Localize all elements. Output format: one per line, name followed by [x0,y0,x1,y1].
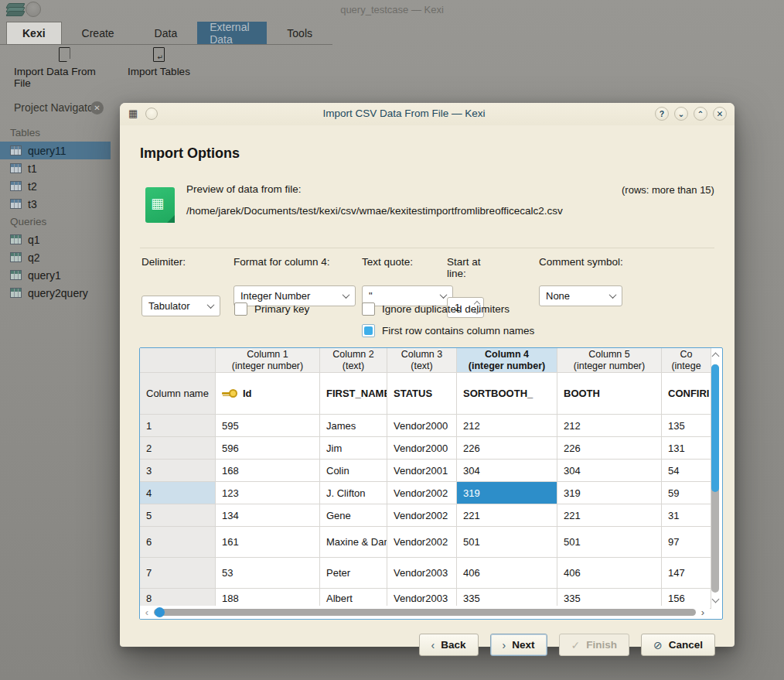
data-cell[interactable]: Vendor2000 [387,415,457,437]
data-cell[interactable]: Vendor2000 [387,437,457,460]
scroll-down-icon[interactable] [712,596,720,603]
data-cell[interactable]: 59 [662,482,711,504]
row-header-cell[interactable]: 3 [140,460,216,482]
data-cell[interactable]: 501 [557,527,662,558]
shade-icon[interactable]: ⌄ [674,107,688,121]
cancel-button[interactable]: ⊘Cancel [641,634,715,656]
tab-tools[interactable]: Tools [267,22,332,44]
data-cell[interactable]: 304 [457,460,557,482]
data-cell[interactable]: 319 [457,482,557,504]
import-data-from-file-button[interactable]: Import Data From File [14,47,114,89]
preview-column-header[interactable]: Co(intege [662,348,711,373]
column-name-cell[interactable]: BOOTH [557,373,662,415]
scroll-up-icon[interactable] [712,353,720,361]
tab-external-data[interactable]: External Data [197,22,267,44]
row-header-cell[interactable]: 6 [140,527,216,558]
delimiter-select[interactable]: Tabulator [141,296,220,316]
data-cell[interactable]: 147 [662,558,711,589]
data-cell[interactable]: 212 [457,415,557,437]
preview-column-header[interactable]: Column 3(text) [387,348,457,373]
data-cell[interactable]: Colin [320,460,387,482]
import-csv-dialog: ▦ Import CSV Data From File — Kexi ? ⌄ ⌃… [120,103,735,647]
sidebar-item-t3[interactable]: t3 [0,195,111,213]
data-cell[interactable]: Vendor2001 [387,460,457,482]
data-cell[interactable]: J. Clifton [320,482,387,504]
comment-symbol-select[interactable]: None [539,285,622,306]
dialog-menu-button[interactable] [145,108,158,120]
data-cell[interactable]: 31 [662,504,711,527]
data-cell[interactable]: 226 [457,437,557,460]
column-name-cell[interactable]: Id [216,373,320,415]
data-cell[interactable]: 501 [457,527,557,558]
data-cell[interactable]: 406 [457,558,557,589]
hscroll-thumb[interactable] [155,607,165,617]
tab-kexi[interactable]: Kexi [6,22,62,44]
column-name-cell[interactable]: STATUS [387,373,457,415]
tab-data[interactable]: Data [135,22,198,44]
scroll-right-icon[interactable]: › [696,607,710,618]
back-button[interactable]: ‹Back [419,634,479,656]
column-name-cell[interactable]: CONFIRI [662,373,711,415]
data-cell[interactable]: Vendor2002 [387,482,457,504]
sidebar-item-t1[interactable]: t1 [0,159,111,177]
vertical-scrollbar[interactable] [710,349,721,605]
data-cell[interactable]: 304 [557,460,662,482]
data-cell[interactable]: Maxine & Dan [320,527,387,558]
row-header-cell[interactable]: 2 [140,437,216,460]
maximize-icon[interactable]: ⌃ [694,107,707,121]
data-cell[interactable]: 123 [216,482,320,504]
help-icon[interactable]: ? [655,107,669,121]
data-cell[interactable]: 406 [557,558,662,589]
horizontal-scrollbar[interactable]: ‹ › [140,606,710,619]
preview-column-header[interactable]: Column 5(integer number) [557,348,662,373]
data-cell[interactable]: 595 [216,415,320,437]
sidebar-item-query11[interactable]: query11 [0,142,111,159]
data-cell[interactable]: Gene [320,504,387,527]
data-cell[interactable]: 596 [216,437,320,460]
data-cell[interactable]: 221 [557,504,662,527]
data-cell[interactable]: 53 [216,558,320,589]
next-button[interactable]: ›Next [490,634,547,656]
data-cell[interactable]: 135 [662,415,711,437]
data-cell[interactable]: 54 [662,460,711,482]
vscroll-thumb[interactable] [711,364,719,492]
preview-column-header[interactable]: Column 2(text) [320,348,387,373]
data-cell[interactable]: 97 [662,527,711,558]
data-cell[interactable]: Peter [320,558,387,589]
sidebar-item-query1[interactable]: query1 [0,266,111,284]
dialog-titlebar[interactable]: ▦ Import CSV Data From File — Kexi ? ⌄ ⌃… [120,103,735,125]
close-icon[interactable]: ✕ [713,107,727,121]
data-cell[interactable]: 131 [662,437,711,460]
column-name-cell[interactable]: FIRST_NAME [320,373,387,415]
data-cell[interactable]: 168 [216,460,320,482]
ignore-duplicated-delimiters-checkbox[interactable]: Ignore duplicated delimiters [362,302,510,316]
data-cell[interactable]: 161 [216,527,320,558]
data-cell[interactable]: Vendor2002 [387,504,457,527]
data-cell[interactable]: 212 [557,415,662,437]
data-cell[interactable]: Vendor2003 [387,558,457,589]
row-header-cell[interactable]: 4 [140,482,216,504]
row-header-cell[interactable]: 7 [140,558,216,589]
row-header-cell[interactable]: 1 [140,415,216,437]
sidebar-item-q1[interactable]: q1 [0,231,111,248]
data-cell[interactable]: 134 [216,504,320,527]
sidebar-item-query2query[interactable]: query2query [0,284,111,302]
preview-column-header[interactable]: Column 4(integer number) [457,348,557,373]
preview-column-header[interactable]: Column 1(integer number) [216,348,320,373]
primary-key-checkbox[interactable]: Primary key [234,302,309,316]
data-cell[interactable]: Vendor2002 [387,527,457,558]
first-row-column-names-checkbox[interactable]: First row contains column names [362,324,534,337]
scroll-left-icon[interactable]: ‹ [140,607,154,618]
data-cell[interactable]: 221 [457,504,557,527]
tab-create[interactable]: Create [62,22,135,44]
data-cell[interactable]: James [320,415,387,437]
data-cell[interactable]: 319 [557,482,662,504]
sidebar-item-t2[interactable]: t2 [0,177,111,195]
row-header-cell[interactable]: 5 [140,504,216,527]
column-name-cell[interactable]: SORTBOOTH_ [457,373,557,415]
sidebar-item-q2[interactable]: q2 [0,248,111,266]
data-cell[interactable]: Jim [320,437,387,460]
import-tables-button[interactable]: ↵ Import Tables [122,47,196,77]
data-cell[interactable]: 226 [557,437,662,460]
close-icon[interactable]: ✕ [90,101,104,114]
